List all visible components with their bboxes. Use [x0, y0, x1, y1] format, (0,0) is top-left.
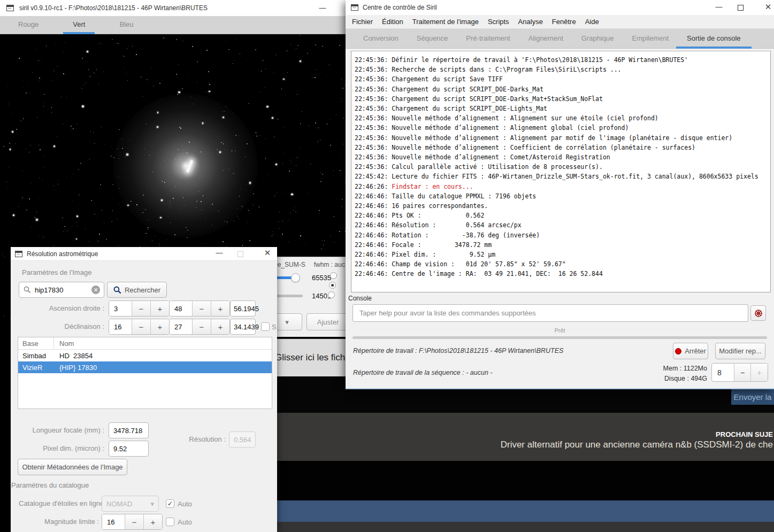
comet-glow: [113, 94, 258, 238]
mag-spinner[interactable]: 16−+: [102, 514, 163, 530]
cc-title-text: Centre de contrôle de Siril: [363, 4, 437, 11]
get-metadata-button[interactable]: Obtenir Métadonnées de l'Image: [18, 459, 127, 475]
cc-titlebar[interactable]: Centre de contrôle de Siril: [346, 0, 774, 15]
table-row[interactable]: VizieR{HIP} 17830: [18, 361, 272, 373]
news-band: PROCHAIN SUJE Driver alternatif pour une…: [272, 413, 774, 461]
radio-middle[interactable]: [329, 282, 336, 289]
menu-analyse[interactable]: Analyse: [518, 18, 543, 26]
tab-pretraitement[interactable]: Pré-traitement: [460, 29, 516, 49]
minus-icon[interactable]: −: [132, 319, 150, 334]
plus-icon[interactable]: +: [750, 364, 768, 381]
menu-scripts[interactable]: Scripts: [488, 18, 509, 26]
console-line: 22:46:46: 16 paires correspondantes.: [355, 201, 767, 211]
ra-hours-spinner[interactable]: 3−+: [109, 300, 170, 317]
footer-bar: [274, 522, 774, 532]
stop-record-icon: [675, 348, 681, 354]
command-wiki-button[interactable]: [750, 305, 766, 321]
command-input[interactable]: Taper help pour avoir la liste des comma…: [352, 304, 748, 322]
catalog-params-header: Paramètres du catalogue: [11, 481, 89, 489]
plus-icon[interactable]: +: [211, 319, 229, 334]
radio-bottom[interactable]: [328, 291, 335, 298]
modify-workdir-button[interactable]: Modifier rep...: [715, 343, 765, 359]
console-line: 22:45:36: Chargement du script SCRIPT_DO…: [355, 94, 767, 104]
tab-graphique[interactable]: Graphique: [576, 29, 620, 49]
astrometry-dialog: Résolution astrométrique — ✕ Paramètres …: [11, 247, 277, 532]
ra-minutes-spinner[interactable]: 48−+: [169, 300, 230, 317]
table-header[interactable]: Base Nom: [18, 337, 272, 350]
tab-empilement[interactable]: Empilement: [626, 29, 675, 49]
tab-conversion[interactable]: Conversion: [357, 29, 404, 49]
pixel-label: Pixel dim. (micron) :: [19, 444, 104, 452]
console-line: 22:45:36: Nouvelle méthode d’alignement …: [355, 123, 767, 133]
resolution-label: Résolution :: [187, 435, 226, 443]
maximize-icon[interactable]: [738, 5, 744, 11]
plus-icon[interactable]: +: [150, 301, 169, 316]
menu-fenetre[interactable]: Fenêtre: [552, 18, 576, 26]
dec-minutes-spinner[interactable]: 27−+: [169, 319, 230, 335]
drop-hint-text: Glisser ici les fichi: [275, 352, 346, 363]
console-line: 22:45:36: Chargement du script SCRIPT_DO…: [355, 84, 767, 94]
console-line: 22:46:46: Pixel dim. : 9.52 µm: [355, 250, 767, 259]
minus-icon[interactable]: −: [132, 301, 150, 316]
dec-label: Déclinaison :: [19, 322, 104, 330]
auto-catalog-checkbox[interactable]: ✓: [166, 499, 174, 508]
tab-vert[interactable]: Vert: [66, 16, 91, 34]
minus-icon[interactable]: −: [734, 364, 751, 381]
minimize-icon[interactable]: —: [712, 3, 725, 11]
south-checkbox[interactable]: [261, 322, 270, 331]
high-value: 65535: [312, 274, 331, 282]
tab-bleu[interactable]: Bleu: [113, 16, 140, 34]
catalog-label: Catalogue d'étoiles en ligne :: [19, 499, 99, 507]
ra-label: Ascension droite :: [19, 304, 104, 312]
console-line: 22:45:36: Nouvelle méthode d’alignement …: [355, 143, 767, 152]
pixel-field[interactable]: 9.52: [109, 441, 149, 457]
chevron-down-icon: ▾: [150, 500, 154, 508]
sequence-name-label: le_SUM-S: [272, 259, 310, 271]
stop-button[interactable]: Arrêter: [673, 343, 708, 359]
table-row[interactable]: SimbadHD 23854: [18, 350, 272, 361]
adjust-button[interactable]: Ajuster: [306, 313, 349, 330]
minimize-icon[interactable]: —: [213, 249, 226, 257]
display-controls-panel: le_SUM-S fwhm : auc 65535 14501 ▾ Ajuste…: [272, 257, 346, 337]
mag-label: Magnitude limite :: [19, 518, 99, 526]
dec-seconds-field[interactable]: 34.1439: [230, 319, 256, 335]
search-input[interactable]: hip17830 ✕: [19, 282, 104, 298]
control-center-window: Centre de contrôle de Siril — ✕ Fichier …: [346, 0, 774, 389]
auto-mag-checkbox[interactable]: [166, 518, 174, 526]
plus-icon[interactable]: +: [150, 319, 169, 334]
driver-headline[interactable]: Driver alternatif pour une ancienne camé…: [501, 440, 773, 450]
console-output[interactable]: 22:45:36: Définir le répertoire de trava…: [351, 51, 771, 292]
focal-field[interactable]: 3478.718: [109, 422, 149, 438]
workdir-text: Répertoire de travail : F:\Photos\2018\1…: [353, 347, 563, 354]
send-button[interactable]: Envoyer la: [731, 388, 774, 405]
tab-sequence[interactable]: Séquence: [411, 29, 454, 49]
high-slider-knob[interactable]: [291, 273, 300, 282]
menu-fichier[interactable]: Fichier: [352, 18, 373, 26]
menu-edition[interactable]: Édition: [382, 18, 403, 26]
tab-alignement[interactable]: Alignement: [523, 29, 569, 49]
plus-icon[interactable]: +: [211, 301, 229, 316]
main-window-titlebar[interactable]: siril v0.9.10-rc1 - F:\Photos\2018\18121…: [0, 0, 346, 16]
console-line: 22:46:46: Champ de vision : 01d 20' 57.8…: [355, 259, 767, 269]
plus-icon[interactable]: +: [143, 514, 162, 529]
minus-icon[interactable]: −: [125, 514, 143, 529]
command-wheel-icon: [754, 309, 763, 318]
ra-seconds-field[interactable]: 56.1945: [230, 300, 256, 317]
menu-traitement[interactable]: Traitement de l'image: [412, 18, 479, 26]
dec-degrees-spinner[interactable]: 16−+: [109, 319, 170, 335]
close-icon[interactable]: ✕: [261, 248, 274, 258]
menu-aide[interactable]: Aide: [585, 18, 599, 26]
drop-files-area[interactable]: Glisser ici les fichi: [272, 338, 346, 376]
close-icon[interactable]: ✕: [762, 2, 774, 12]
threads-spinner[interactable]: 8 − +: [711, 363, 768, 382]
minus-icon[interactable]: −: [192, 319, 211, 334]
app-icon: [351, 4, 358, 11]
minus-icon[interactable]: −: [192, 301, 211, 316]
clear-icon[interactable]: ✕: [91, 286, 100, 294]
tab-sortie-console[interactable]: Sortie de console: [681, 29, 746, 49]
tab-rouge[interactable]: Rouge: [12, 16, 45, 34]
background-band: [272, 461, 774, 500]
radio-top[interactable]: [330, 272, 337, 279]
search-button[interactable]: Rechercher: [107, 282, 167, 298]
minimize-icon[interactable]: —: [315, 2, 331, 14]
